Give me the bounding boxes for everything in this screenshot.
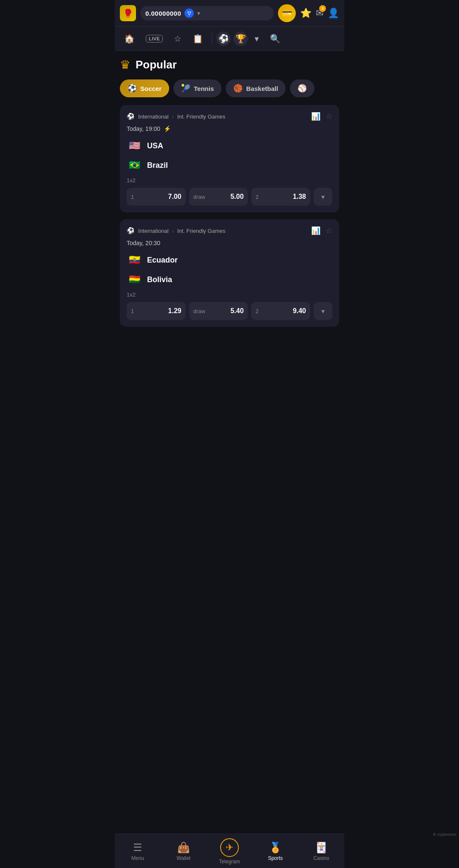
time-text-2: Today, 20:30 <box>127 240 160 246</box>
league-icon-2: ⚽ <box>127 227 135 235</box>
odds-value-2-home: 1.29 <box>168 307 181 315</box>
live-badge: LIVE <box>146 35 163 42</box>
odds-label-2-draw: draw <box>193 308 205 314</box>
top-header: 🥊 0.00000000 ▽ ▾ 💳 ⭐ ✉ 3 👤 <box>115 0 344 27</box>
tron-symbol: ▽ <box>187 11 191 16</box>
time-text-1: Today, 19:00 <box>127 125 160 132</box>
user-profile-button[interactable]: 👤 <box>328 8 339 19</box>
card-actions-1: 📊 ☆ <box>311 112 332 121</box>
nav-search[interactable]: 🔍 <box>266 30 285 47</box>
sports-icon: 🏅 <box>269 842 282 854</box>
menu-icon: ☰ <box>133 842 142 854</box>
favorite-icon-1[interactable]: ☆ <box>326 112 332 121</box>
match-time-2: Today, 20:30 <box>127 240 332 246</box>
logo-icon[interactable]: 🥊 <box>120 5 136 21</box>
nav-betslip[interactable]: 📋 <box>188 30 207 47</box>
odds-btn-2-away[interactable]: 2 9.40 <box>251 302 310 320</box>
odds-label-1-draw: draw <box>193 194 205 200</box>
nav-divider <box>212 33 212 45</box>
nav-copa-tournament[interactable]: 🏆 <box>233 31 248 46</box>
menu-label: Menu <box>131 855 144 861</box>
nav-home[interactable]: 🏠 <box>120 30 139 47</box>
separator-1: › <box>172 113 174 120</box>
team2-name-2: Bolivia <box>147 275 172 284</box>
tab-tennis-label: Tennis <box>194 85 214 92</box>
balance-area: 0.00000000 ▽ ▾ <box>140 6 274 20</box>
tab-more-sports[interactable]: ⚾ <box>290 79 314 97</box>
main-content: ♛ Popular ⚽ Soccer 🎾 Tennis 🏀 Basketball… <box>115 51 344 372</box>
popular-section-header: ♛ Popular <box>120 58 339 72</box>
tennis-icon: 🎾 <box>181 84 190 93</box>
balance-amount: 0.00000000 <box>145 10 181 17</box>
bottom-nav-wallet[interactable]: 👜 Wallet <box>161 834 207 868</box>
league-name-2: International <box>138 228 169 234</box>
odds-label-2-away: 2 <box>255 308 258 314</box>
bet-type-1: 1x2 <box>127 177 332 184</box>
team2-name-1: Brazil <box>147 161 168 170</box>
odds-label-1-away: 2 <box>255 194 258 200</box>
navigation-bar: 🏠 LIVE ☆ 📋 ⚽ 🏆 ▾ 🔍 <box>115 27 344 51</box>
separator-2: › <box>172 228 174 234</box>
telegram-circle-icon: ✈ <box>220 838 239 857</box>
telegram-label: Telegram <box>219 859 240 865</box>
nav-favorites[interactable]: ☆ <box>170 30 186 47</box>
tab-soccer[interactable]: ⚽ Soccer <box>120 79 169 97</box>
league-info-1: ⚽ International › Int. Friendly Games <box>127 113 225 120</box>
tab-tennis[interactable]: 🎾 Tennis <box>173 79 221 97</box>
odds-label-2-home: 1 <box>131 308 134 314</box>
odds-row-1: 1 7.00 draw 5.00 2 1.38 ▾ <box>127 188 332 206</box>
team2-flag-1: 🇧🇷 <box>127 158 142 173</box>
odds-btn-1-draw[interactable]: draw 5.00 <box>189 188 248 206</box>
stream-icon-1: ⚡ <box>164 125 171 132</box>
favorite-icon-2[interactable]: ☆ <box>326 226 332 235</box>
tab-basketball[interactable]: 🏀 Basketball <box>226 79 286 97</box>
crown-icon: ♛ <box>120 58 130 72</box>
bottom-navigation: ☰ Menu 👜 Wallet ✈ Telegram 🏅 Sports 🃏 Ca… <box>115 834 344 868</box>
odds-more-btn-2[interactable]: ▾ <box>314 302 332 320</box>
bottom-nav-sports[interactable]: 🏅 Sports <box>252 834 298 868</box>
tournament-name-2: Int. Friendly Games <box>177 228 225 234</box>
soccer-icon: ⚽ <box>128 84 137 93</box>
stats-icon-1[interactable]: 📊 <box>311 112 320 121</box>
odds-value-1-away: 1.38 <box>293 193 306 201</box>
bottom-nav-menu[interactable]: ☰ Menu <box>115 834 161 868</box>
odds-btn-1-away[interactable]: 2 1.38 <box>251 188 310 206</box>
odds-btn-2-home[interactable]: 1 1.29 <box>127 302 186 320</box>
team2-row-2: 🇧🇴 Bolivia <box>127 272 332 287</box>
sports-label: Sports <box>268 855 283 861</box>
bonus-star-button[interactable]: ⭐ <box>300 8 312 19</box>
bottom-nav-casino[interactable]: 🃏 Casino <box>298 834 344 868</box>
mail-button[interactable]: ✉ 3 <box>316 8 323 19</box>
team1-row-1: 🇺🇸 USA <box>127 138 332 153</box>
nav-euro-tournament[interactable]: ⚽ <box>216 31 231 46</box>
odds-label-1-home: 1 <box>131 194 134 200</box>
balance-dropdown[interactable]: ▾ <box>197 10 200 17</box>
nav-live[interactable]: LIVE <box>142 31 167 46</box>
casino-icon: 🃏 <box>315 842 328 854</box>
card-header-1: ⚽ International › Int. Friendly Games 📊 … <box>127 112 332 121</box>
bet-type-2: 1x2 <box>127 291 332 298</box>
wallet-nav-icon: 👜 <box>177 842 190 854</box>
odds-btn-2-draw[interactable]: draw 5.40 <box>189 302 248 320</box>
league-name-1: International <box>138 113 169 120</box>
bottom-nav-telegram[interactable]: ✈ Telegram <box>207 834 252 868</box>
team1-name-2: Ecuador <box>147 256 178 265</box>
match-time-1: Today, 19:00 ⚡ <box>127 125 332 132</box>
nav-more-tournaments[interactable]: ▾ <box>250 30 263 47</box>
match-card-2: ⚽ International › Int. Friendly Games 📊 … <box>120 219 339 327</box>
section-title: Popular <box>136 58 177 71</box>
league-info-2: ⚽ International › Int. Friendly Games <box>127 227 225 235</box>
basketball-icon: 🏀 <box>233 84 243 93</box>
odds-btn-1-home[interactable]: 1 7.00 <box>127 188 186 206</box>
odds-more-btn-1[interactable]: ▾ <box>314 188 332 206</box>
odds-value-2-away: 9.40 <box>293 307 306 315</box>
wallet-button[interactable]: 💳 <box>278 4 296 22</box>
team1-row-2: 🇪🇨 Ecuador <box>127 252 332 268</box>
stats-icon-2[interactable]: 📊 <box>311 226 320 235</box>
card-actions-2: 📊 ☆ <box>311 226 332 235</box>
team2-flag-2: 🇧🇴 <box>127 272 142 287</box>
mail-count-badge: 3 <box>319 5 326 12</box>
odds-value-2-draw: 5.40 <box>230 307 244 315</box>
team2-row-1: 🇧🇷 Brazil <box>127 158 332 173</box>
team1-flag-2: 🇪🇨 <box>127 252 142 268</box>
